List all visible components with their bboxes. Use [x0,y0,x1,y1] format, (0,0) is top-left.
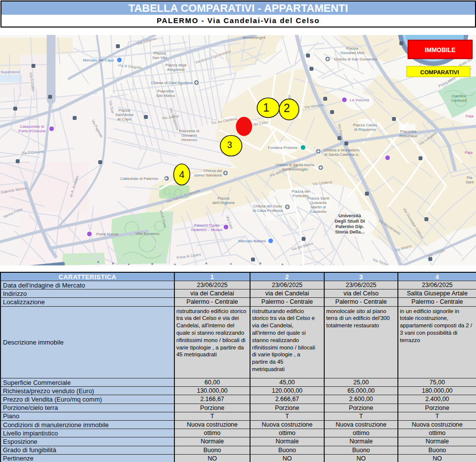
svg-text:Chiesa di Sant'Agostino: Chiesa di Sant'Agostino [151,81,193,85]
svg-text:3: 3 [227,140,232,150]
svg-text:Garibaldi: Garibaldi [451,98,467,103]
svg-text:Catacombe di: Catacombe di [20,124,44,129]
svg-text:Vincenzo: Vincenzo [181,138,197,142]
svg-text:Federico – Museo: Federico – Museo [191,228,223,232]
svg-text:Storia Della...: Storia Della... [335,229,364,234]
svg-text:Giardino: Giardino [451,94,467,98]
svg-text:Fontana Pretoria: Fontana Pretoria [268,145,297,150]
svg-text:Pia: Pia [467,175,473,180]
svg-text:Palermo Dip.: Palermo Dip. [336,224,364,229]
svg-text:Università: Università [338,213,362,218]
svg-text:Chiesa del: Chiesa del [203,169,222,173]
svg-text:Montevergini: Montevergini [243,35,265,40]
svg-text:Mercato Ballarò: Mercato Ballarò [238,239,266,243]
svg-text:Giovanni: Giovanni [181,133,197,138]
svg-text:Piazza: Piazza [218,196,230,201]
svg-text:Piazza: Piazza [154,51,166,56]
svg-text:Piazza degli: Piazza degli [165,63,186,67]
svg-text:1: 1 [263,101,270,114]
svg-text:Al Capo: Al Capo [117,117,132,121]
svg-text:Pala: Pala [465,150,473,155]
svg-text:San Marco: San Marco [156,93,175,98]
svg-text:Degli Studi Di: Degli Studi Di [335,218,365,224]
svg-text:San Vito: San Vito [152,56,168,60]
svg-text:Villa Bonanno: Villa Bonanno [135,231,160,236]
svg-text:4: 4 [179,169,184,180]
svg-text:Porta Nuova: Porta Nuova [96,232,118,236]
svg-text:dell'Origlione: dell'Origlione [212,201,235,205]
svg-text:Chiesa del Gesù: Chiesa del Gesù [253,204,282,208]
svg-text:Casalotto: Casalotto [310,209,327,214]
svg-text:di Risparmio: di Risparmio [354,127,376,132]
svg-text:di Santa Caterina d..: di Santa Caterina d.. [324,152,360,157]
svg-text:Chiesa di San Domenico: Chiesa di San Domenico [334,57,378,61]
svg-text:Piazza: Piazza [346,46,359,51]
svg-text:Quaranta: Quaranta [310,201,327,205]
svg-text:Giovanni Meli: Giovanni Meli [340,51,364,55]
svg-text:Martiri al: Martiri al [311,205,326,209]
svg-text:Superstore: Superstore [0,70,20,74]
svg-text:Piazza: Piazza [118,108,131,113]
svg-text:Aragonesi: Aragonesi [167,67,185,72]
svg-text:Piazzetta: Piazzetta [400,129,417,134]
svg-text:Piazza Cassa: Piazza Cassa [353,123,377,127]
svg-text:Piazzetta: Piazzetta [158,89,174,93]
svg-text:Porta d'Ossuna: Porta d'Ossuna [19,129,46,133]
svg-text:IMMOBILE: IMMOBILE [425,47,456,54]
svg-text:Mercato del Capo: Mercato del Capo [83,58,114,62]
svg-text:Resultano: Resultano [399,134,418,138]
svg-text:Pala: Pala [466,114,474,118]
svg-text:Piazzetta di: Piazzetta di [179,129,199,133]
svg-text:Cattedrale di Palermo: Cattedrale di Palermo [120,176,159,181]
svg-text:Sant: Sant [466,180,474,184]
svg-text:Piazza Santi: Piazza Santi [308,196,330,201]
svg-text:COMPARATIVI: COMPARATIVI [420,69,459,75]
svg-text:Porticello: Porticello [293,194,309,198]
svg-text:2: 2 [284,102,290,115]
svg-text:Chiesa e Monastero: Chiesa e Monastero [324,148,360,152]
svg-text:Sant'Anna: Sant'Anna [115,113,134,117]
svg-text:Piazza del: Piazza del [292,189,310,194]
svg-text:di Casa Professa: di Casa Professa [253,208,283,213]
svg-text:Palazzo Conte: Palazzo Conte [194,223,220,228]
svg-text:ssimo Salvatore: ssimo Salvatore [194,173,222,177]
svg-text:La Vucciria: La Vucciria [350,98,369,102]
